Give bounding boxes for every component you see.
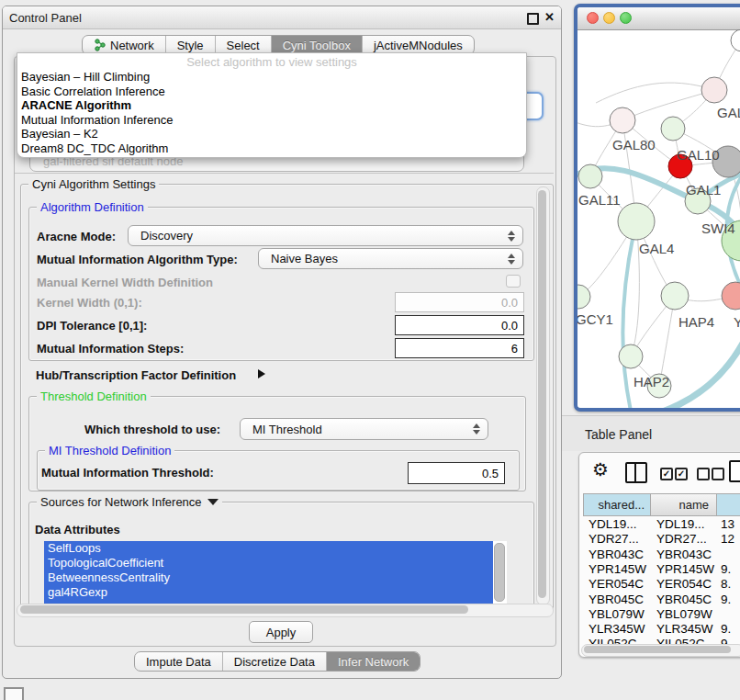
node-label: GAL10 (677, 147, 720, 163)
network-canvas[interactable]: GAL GAL80 GAL10 GAL1 GAL11 SWI4 GAL4 GCY… (577, 29, 740, 408)
tab-impute-data-label: Impute Data (146, 655, 211, 669)
split-columns-icon[interactable] (625, 462, 647, 483)
panel-title: Control Panel (9, 11, 82, 25)
cell: YDR27... (589, 532, 639, 547)
dropdown-item[interactable]: Bayesian – Hill Climbing (21, 70, 522, 85)
settings-vscrollbar (536, 186, 550, 605)
dropdown-item[interactable]: Basic Correlation Inference (21, 85, 522, 99)
node-label: HAP2 (633, 374, 669, 390)
node-label: GAL80 (612, 137, 656, 152)
tab-infer-network-label: Infer Network (338, 655, 409, 669)
node-cut-top[interactable] (731, 29, 740, 51)
dropdown-item[interactable]: Bayesian – K2 (21, 127, 522, 141)
network-nodes (577, 29, 740, 398)
mini-float-window-icon[interactable] (4, 687, 24, 700)
sources-title-text: Sources for Network Inference (40, 495, 202, 509)
float-window-icon[interactable] (527, 13, 539, 25)
manual-kernel-label: Manual Kernel Width Definition (37, 276, 213, 289)
table-hscrollbar-thumb[interactable] (584, 646, 731, 653)
settings-hscrollbar-thumb[interactable] (20, 605, 468, 614)
node-hap2[interactable] (619, 344, 643, 368)
tab-cyni-toolbox-label: Cyni Toolbox (283, 39, 351, 52)
dropdown-item-selected[interactable]: ARACNE Algorithm (21, 98, 522, 113)
node-gal11[interactable] (578, 164, 602, 188)
stepper-icon (508, 231, 515, 242)
kernel-width-field[interactable] (395, 292, 524, 312)
cell: 9. (721, 593, 731, 607)
mi-steps-field[interactable] (395, 338, 524, 358)
column-header-cut[interactable] (716, 493, 740, 516)
manual-kernel-checkbox[interactable] (506, 275, 521, 288)
dropdown-placeholder: Select algorithm to view settings (17, 55, 526, 69)
list-vscrollbar-thumb[interactable] (494, 543, 505, 602)
stepper-icon (508, 254, 515, 265)
node-label: HAP4 (678, 314, 714, 330)
cell: YER054C (589, 577, 644, 592)
deselect-all-checkbox-icon[interactable] (697, 468, 710, 480)
cell: YDL19... (656, 517, 705, 532)
mi-threshold-group: MI Threshold Definition Mutual Informati… (37, 450, 520, 491)
node-gal4[interactable] (618, 203, 655, 240)
gear-icon[interactable]: ⚙ (592, 458, 609, 480)
dropdown-item[interactable]: Dream8 DC_TDC Algorithm (21, 141, 522, 156)
tab-style[interactable]: Style (165, 36, 215, 54)
node-gal80[interactable] (610, 107, 635, 133)
close-icon[interactable]: ✕ (544, 10, 555, 24)
hub-definition-label: Hub/Transcription Factor Definition (36, 368, 236, 382)
tab-discretize-data-label: Discretize Data (234, 655, 315, 669)
tab-jactivemnodules[interactable]: jActiveMNodules (362, 36, 474, 54)
which-threshold-combo[interactable]: MI Threshold (240, 418, 488, 440)
stepper-icon (473, 423, 480, 435)
tab-jactivemnodules-label: jActiveMNodules (374, 39, 463, 52)
table-rows: YDL19...YDL19...13 YDR27...YDR27...12 YB… (579, 517, 740, 646)
node-gal[interactable] (701, 77, 727, 103)
select-all-checkbox-icon[interactable]: ✓ (660, 468, 673, 480)
mi-threshold-field[interactable] (408, 462, 505, 484)
table-panel-title: Table Panel (585, 427, 652, 442)
tab-cyni-toolbox[interactable]: Cyni Toolbox (271, 36, 362, 54)
collapse-arrow-icon[interactable] (207, 499, 219, 505)
cell: YLR345W (589, 622, 645, 637)
cell: YER054C (656, 577, 712, 592)
cell: 12 (721, 532, 734, 547)
tab-discretize-data[interactable]: Discretize Data (222, 652, 326, 671)
aracne-mode-label: Aracne Mode: (37, 230, 116, 243)
node-hap4[interactable] (661, 282, 689, 310)
mi-type-combo[interactable]: Naive Bayes (258, 248, 523, 269)
mi-steps-label: Mutual Information Steps: (37, 342, 184, 356)
document-icon[interactable] (729, 460, 740, 482)
list-item[interactable]: gal4RGexp (44, 585, 493, 600)
expand-arrow-icon[interactable] (258, 369, 265, 378)
network-view-window: GAL GAL80 GAL10 GAL1 GAL11 SWI4 GAL4 GCY… (574, 4, 740, 412)
cell: YLR345W (656, 622, 713, 637)
deselect-all-checkbox-icon[interactable] (712, 468, 724, 480)
cell: YBL079W (589, 607, 645, 622)
settings-vscrollbar-thumb[interactable] (538, 190, 546, 598)
tab-infer-network[interactable]: Infer Network (326, 652, 420, 671)
apply-button[interactable]: Apply (249, 621, 313, 643)
list-item[interactable]: BetweennessCentrality (44, 570, 493, 585)
node-salmon[interactable] (722, 282, 740, 310)
select-all-checkbox-icon[interactable]: ✓ (675, 468, 688, 480)
cell: YBR043C (589, 548, 644, 562)
list-item[interactable]: SelfLoops (44, 541, 493, 556)
minimize-traffic-light-icon[interactable] (603, 12, 615, 24)
algorithm-dropdown-list: Select algorithm to view settings Bayesi… (17, 52, 527, 158)
section-divider (15, 173, 554, 174)
aracne-mode-combo[interactable]: Discovery (128, 225, 523, 246)
tab-impute-data[interactable]: Impute Data (135, 652, 222, 671)
tab-network[interactable]: Network (83, 36, 165, 54)
table-window: ⚙ ✓ ✓ shared... name YDL19...YDL19...13 … (578, 452, 740, 658)
list-item[interactable]: TopologicalCoefficient (44, 556, 493, 570)
column-header-shared[interactable]: shared... (583, 493, 651, 516)
dpi-tolerance-field[interactable] (395, 315, 524, 335)
tab-select[interactable]: Select (215, 36, 271, 54)
algorithm-definition-title: Algorithm Definition (37, 200, 148, 214)
close-traffic-light-icon[interactable] (587, 12, 599, 24)
screen: Control Panel ✕ Network Style Select Cyn… (0, 0, 740, 700)
settings-group-title: Cyni Algorithm Settings (28, 177, 159, 191)
node-gal10[interactable] (661, 117, 685, 141)
column-header-name[interactable]: name (650, 493, 717, 516)
dropdown-item[interactable]: Mutual Information Inference (21, 113, 522, 128)
zoom-traffic-light-icon[interactable] (620, 12, 632, 24)
